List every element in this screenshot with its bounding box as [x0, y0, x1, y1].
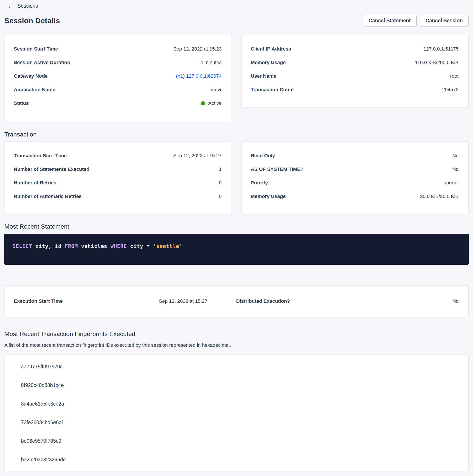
status-label: Status [14, 101, 29, 106]
as-of-system-time-label: AS OF SYSTEM TIME? [251, 167, 303, 172]
retries-label: Number of Retries [14, 180, 56, 186]
client-ip-value: 127.0.0.1:51175 [423, 46, 458, 52]
application-name-value: movr [211, 87, 222, 93]
transaction-cards-row: Transaction Start Time Sep 12, 2022 at 1… [4, 141, 469, 214]
back-arrow-icon: ← [8, 3, 14, 9]
user-name-row: User Name root [251, 69, 458, 83]
client-ip-row: Client IP Address 127.0.0.1:51175 [251, 42, 458, 56]
distributed-execution-value: No [452, 298, 458, 304]
session-details-page: ← Sessions Session Details Cancel Statem… [0, 0, 473, 476]
transaction-start-time-label: Transaction Start Time [14, 153, 67, 159]
session-start-time-row: Session Start Time Sep 12, 2022 at 15:23 [14, 42, 222, 56]
execution-start-time-row: Execution Start Time Sep 12, 2022 at 15:… [14, 294, 236, 308]
status-badge: Active [208, 101, 222, 106]
statements-executed-row: Number of Statements Executed 1 [14, 163, 222, 176]
priority-value: normal [443, 180, 458, 186]
read-only-row: Read Only No [251, 149, 458, 163]
statements-executed-value: 1 [219, 167, 222, 172]
session-memory-usage-value: 110.0 KiB/200.0 KiB [415, 60, 458, 65]
fingerprint-item: 8d4ae61a5fb3ce2a [21, 395, 458, 413]
statement-section-heading: Most Recent Statement [4, 223, 469, 230]
transaction-memory-usage-row: Memory Usage 20.0 KiB/20.0 KiB [251, 190, 458, 203]
fingerprint-item: be06e9570f785c9f [21, 432, 458, 450]
read-only-label: Read Only [251, 153, 275, 159]
sql-token-keyword: FROM [65, 243, 78, 249]
priority-label: Priority [251, 180, 268, 186]
session-stats-card: Client IP Address 127.0.0.1:51175 Memory… [241, 35, 469, 108]
transaction-section-heading: Transaction [4, 131, 469, 138]
status-row: Status Active [14, 97, 222, 110]
session-info-card: Session Start Time Sep 12, 2022 at 15:23… [4, 35, 232, 121]
transaction-info-card: Transaction Start Time Sep 12, 2022 at 1… [4, 141, 232, 214]
transaction-count-label: Transaction Count [251, 87, 294, 93]
session-active-duration-row: Session Active Duration 4 minutes [14, 56, 222, 69]
fingerprint-item: 73fe26034bd6e6c1 [21, 413, 458, 432]
transaction-count-value: 204572 [442, 87, 458, 93]
execution-start-time-value: Sep 12, 2022 at 15:27 [159, 298, 207, 304]
distributed-execution-label: Distributed Execution? [236, 298, 290, 304]
automatic-retries-label: Number of Automatic Retries [14, 194, 82, 199]
user-name-label: User Name [251, 73, 277, 79]
fingerprint-item: ba2b203b823296de [21, 450, 458, 469]
fingerprints-card: aa79775ff097970c 8f920c40d88b1c4e 8d4ae6… [4, 355, 469, 471]
transaction-start-time-value: Sep 12, 2022 at 15:27 [173, 153, 222, 159]
distributed-execution-row: Distributed Execution? No [236, 294, 459, 308]
session-active-duration-label: Session Active Duration [14, 60, 70, 65]
gateway-node-link[interactable]: (n1) 127.0.0.1:62674 [176, 73, 222, 79]
sql-token-keyword: WHERE [111, 243, 127, 249]
cancel-statement-button[interactable]: Cancel Statement [363, 15, 417, 27]
as-of-system-time-row: AS OF SYSTEM TIME? No [251, 163, 458, 176]
automatic-retries-value: 0 [219, 194, 222, 199]
transaction-memory-usage-value: 20.0 KiB/20.0 KiB [420, 194, 458, 199]
automatic-retries-row: Number of Automatic Retries 0 [14, 190, 222, 203]
breadcrumb[interactable]: ← Sessions [4, 2, 38, 9]
priority-row: Priority normal [251, 176, 458, 190]
application-name-row: Application Name movr [14, 83, 222, 97]
statements-executed-label: Number of Statements Executed [14, 167, 89, 172]
breadcrumb-label: Sessions [17, 3, 38, 9]
transaction-start-time-row: Transaction Start Time Sep 12, 2022 at 1… [14, 149, 222, 163]
session-start-time-label: Session Start Time [14, 46, 58, 52]
transaction-props-card: Read Only No AS OF SYSTEM TIME? No Prior… [241, 141, 469, 214]
client-ip-label: Client IP Address [251, 46, 291, 52]
execution-card: Execution Start Time Sep 12, 2022 at 15:… [4, 286, 469, 317]
fingerprints-description: A list of the most recent transaction fi… [4, 342, 469, 348]
session-start-time-value: Sep 12, 2022 at 15:23 [173, 46, 222, 52]
gateway-node-row: Gateway Node (n1) 127.0.0.1:62674 [14, 69, 222, 83]
read-only-value: No [452, 153, 458, 159]
application-name-label: Application Name [14, 87, 55, 93]
session-active-duration-value: 4 minutes [200, 60, 222, 65]
sql-token-plain: city = [127, 243, 153, 249]
sql-statement-box: SELECT city, id FROM vehicles WHERE city… [4, 234, 469, 265]
sql-token-string: 'seattle' [153, 243, 182, 249]
retries-value: 0 [219, 180, 222, 186]
fingerprint-item: aa79775ff097970c [21, 357, 458, 376]
status-value: Active [201, 101, 222, 106]
header-actions: Cancel Statement Cancel Session [363, 15, 469, 27]
transaction-memory-usage-label: Memory Usage [251, 194, 286, 199]
session-cards-row: Session Start Time Sep 12, 2022 at 15:23… [4, 35, 469, 121]
active-status-dot-icon [201, 101, 205, 105]
as-of-system-time-value: No [452, 167, 458, 172]
title-row: Session Details Cancel Statement Cancel … [4, 15, 469, 27]
page-title: Session Details [4, 17, 60, 25]
cancel-session-button[interactable]: Cancel Session [420, 15, 469, 27]
execution-start-time-label: Execution Start Time [14, 298, 63, 304]
retries-row: Number of Retries 0 [14, 176, 222, 190]
transaction-count-row: Transaction Count 204572 [251, 83, 458, 97]
session-memory-usage-label: Memory Usage [251, 60, 286, 65]
sql-token-plain: city, id [32, 243, 65, 249]
fingerprint-item: 8f920c40d88b1c4e [21, 376, 458, 395]
session-memory-usage-row: Memory Usage 110.0 KiB/200.0 KiB [251, 56, 458, 69]
sql-token-keyword: SELECT [13, 243, 32, 249]
sql-token-plain: vehicles [78, 243, 111, 249]
sql-statement-code: SELECT city, id FROM vehicles WHERE city… [13, 243, 182, 249]
gateway-node-label: Gateway Node [14, 73, 48, 79]
user-name-value: root [450, 73, 458, 79]
fingerprints-section-heading: Most Recent Transaction Fingerprints Exe… [4, 331, 469, 338]
